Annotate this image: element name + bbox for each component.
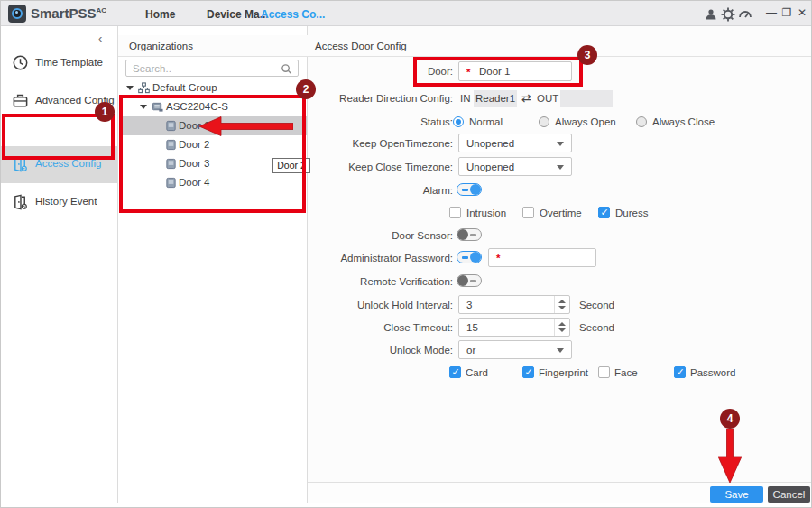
unlock-hold-interval-label: Unlock Hold Interval: [357, 300, 453, 310]
unlock-hold-interval-stepper[interactable]: 3 [458, 295, 570, 314]
door-sensor-label: Door Sensor: [392, 230, 453, 241]
password-checkbox[interactable] [674, 366, 686, 378]
reader-out-chip[interactable] [560, 90, 613, 107]
annotation-badge-1: 1 [95, 102, 115, 122]
door-sensor-toggle[interactable] [457, 228, 482, 241]
remote-verification-label: Remote Verification: [360, 276, 453, 287]
spinner-arrows-icon[interactable] [554, 296, 569, 313]
annotation-badge-3: 3 [577, 45, 597, 65]
tab-access-config[interactable]: Access Co... [261, 8, 325, 21]
smartpss-window: SmartPSSAC Home Device Ma... Access Co..… [0, 0, 812, 508]
face-checkbox[interactable] [598, 366, 610, 378]
maximize-button[interactable]: ❐ [780, 6, 793, 19]
tree-item-label: Default Group [152, 82, 217, 93]
status-label: Status: [420, 116, 453, 127]
annotation-box-2 [119, 95, 306, 213]
save-button[interactable]: Save [710, 486, 763, 503]
unlock-hold-interval-value: 3 [466, 300, 472, 310]
card-checkbox[interactable] [449, 366, 461, 378]
annotation-box-3 [413, 57, 583, 87]
administrator-password-label: Administrator Password: [340, 253, 453, 263]
app-logo-icon [8, 5, 26, 23]
chevron-down-icon [557, 165, 564, 170]
chevron-down-icon [557, 142, 564, 146]
sidebar-item-label: History Event [35, 196, 97, 207]
radio-always-close-label[interactable]: Always Close [652, 116, 715, 127]
fingerprint-label[interactable]: Fingerprint [539, 367, 588, 378]
radio-always-open[interactable] [539, 116, 549, 127]
clock-icon [12, 54, 29, 71]
organizations-header: Organizations [118, 35, 308, 57]
sidebar-collapse-icon[interactable]: ‹ [98, 32, 102, 45]
close-timeout-stepper[interactable]: 15 [458, 318, 570, 337]
search-input[interactable]: Search.. [125, 60, 299, 77]
radio-always-open-label[interactable]: Always Open [555, 116, 616, 127]
annotation-badge-2: 2 [296, 79, 316, 99]
remote-verification-toggle[interactable] [457, 274, 482, 287]
administrator-password-toggle[interactable] [457, 251, 482, 263]
sidebar-item-time-template[interactable]: Time Template [1, 45, 117, 81]
expander-icon[interactable] [126, 86, 134, 90]
intrusion-checkbox[interactable] [449, 207, 461, 218]
overtime-label[interactable]: Overtime [540, 208, 582, 218]
unlock-mode-value: or [466, 345, 475, 356]
radio-normal-label[interactable]: Normal [469, 116, 503, 127]
intrusion-label[interactable]: Intrusion [466, 208, 506, 218]
overtime-checkbox[interactable] [522, 207, 534, 218]
annotation-box-1 [2, 114, 115, 160]
reader-in-label: IN [460, 93, 471, 104]
alarm-toggle[interactable] [457, 183, 482, 196]
password-label[interactable]: Password [690, 367, 736, 378]
keep-open-timezone-label: Keep OpenTimezone: [353, 138, 453, 149]
app-title: SmartPSSAC [31, 5, 106, 21]
card-label[interactable]: Card [466, 367, 488, 378]
close-timeout-label: Close Timeout: [383, 322, 453, 333]
reader1-chip[interactable]: Reader1 [474, 90, 517, 107]
search-placeholder: Search.. [133, 63, 171, 74]
face-label[interactable]: Face [614, 367, 638, 378]
user-icon[interactable] [704, 7, 718, 22]
keep-open-timezone-value: Unopened [466, 138, 514, 149]
annotation-badge-4: 4 [720, 409, 740, 429]
tab-home[interactable]: Home [145, 8, 175, 21]
sidebar-item-history-event[interactable]: History Event [1, 184, 117, 220]
alarm-label: Alarm: [423, 185, 453, 196]
swap-arrows-icon[interactable]: ⇄ [521, 91, 531, 105]
close-button[interactable]: ✕ [796, 6, 808, 19]
required-asterisk: * [496, 253, 500, 263]
keep-close-timezone-value: Unopened [466, 162, 514, 172]
unlock-mode-select[interactable]: or [458, 340, 572, 359]
duress-label[interactable]: Duress [615, 208, 648, 218]
unlock-mode-label: Unlock Mode: [390, 345, 453, 356]
close-timeout-value: 15 [466, 322, 478, 333]
close-timeout-unit: Second [579, 322, 614, 333]
reader-direction-label: Reader Direction Config: [339, 93, 453, 104]
duress-checkbox[interactable] [598, 207, 610, 218]
chevron-down-icon [557, 348, 564, 353]
radio-normal[interactable] [453, 116, 464, 127]
briefcase-icon [12, 92, 29, 109]
left-sidebar: ‹ Time Template Advanced Config [1, 26, 118, 503]
sidebar-item-label: Time Template [35, 57, 103, 68]
dashboard-gauge-icon[interactable] [738, 7, 752, 22]
spinner-arrows-icon[interactable] [554, 319, 569, 336]
radio-always-close[interactable] [636, 116, 647, 127]
settings-gear-icon[interactable] [721, 7, 735, 22]
title-bar: SmartPSSAC Home Device Ma... Access Co..… [1, 1, 812, 26]
group-icon [138, 82, 150, 94]
annotation-arrow-down-icon [717, 429, 743, 483]
keep-close-timezone-select[interactable]: Unopened [458, 157, 572, 176]
keep-close-timezone-label: Keep Close Timezone: [348, 162, 453, 172]
search-icon[interactable] [281, 63, 292, 75]
reader-out-label: OUT [537, 93, 558, 104]
tab-device-manager[interactable]: Device Ma... [207, 8, 269, 21]
door-clock-icon [12, 193, 29, 210]
main-title: Access Door Config [315, 41, 407, 51]
main-header: Access Door Config [308, 35, 812, 57]
keep-open-timezone-select[interactable]: Unopened [458, 134, 572, 152]
unlock-hold-unit: Second [579, 300, 614, 310]
administrator-password-input[interactable]: * [488, 248, 596, 267]
minimize-button[interactable]: — [765, 6, 778, 19]
fingerprint-checkbox[interactable] [522, 366, 534, 378]
cancel-button[interactable]: Cancel [768, 486, 810, 503]
